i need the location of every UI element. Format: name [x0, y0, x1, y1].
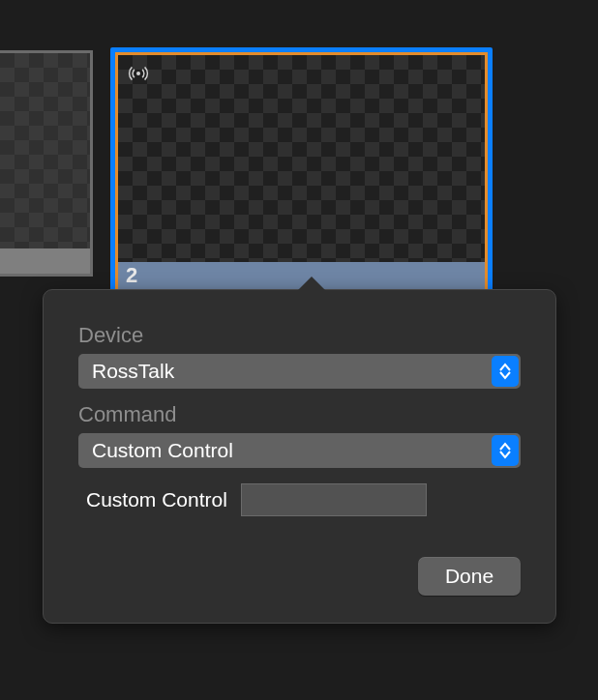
thumbnail-item-selected[interactable]: 2	[110, 47, 493, 297]
command-select[interactable]: Custom Control	[78, 433, 521, 468]
updown-stepper-icon	[492, 356, 519, 387]
device-select-value: RossTalk	[92, 360, 174, 383]
custom-control-input[interactable]	[241, 483, 427, 516]
device-label: Device	[78, 323, 521, 348]
svg-point-0	[136, 72, 140, 75]
custom-control-label: Custom Control	[86, 488, 227, 511]
thumbnail-checker-area: 2	[115, 52, 488, 292]
thumbnail-item[interactable]	[0, 50, 93, 277]
command-select-value: Custom Control	[92, 439, 233, 462]
device-select[interactable]: RossTalk	[78, 354, 521, 389]
settings-popover: Device RossTalk Command Custom Control C…	[43, 289, 556, 624]
broadcast-icon	[128, 63, 149, 84]
popover-arrow	[297, 277, 326, 291]
updown-stepper-icon	[492, 435, 519, 466]
thumbnail-index-label: 2	[126, 263, 137, 288]
command-label: Command	[78, 402, 521, 427]
done-button[interactable]: Done	[418, 557, 521, 596]
